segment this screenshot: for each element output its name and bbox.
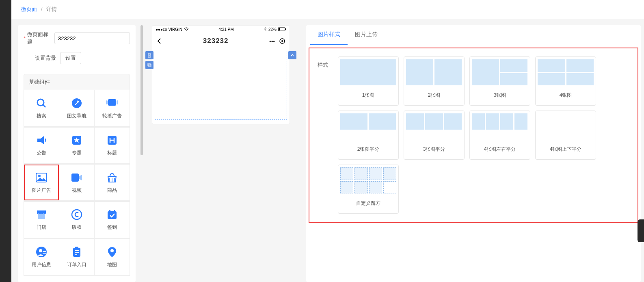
component-order[interactable]: 订单入口	[59, 239, 94, 275]
style-option-custom[interactable]: 自定义魔方	[338, 165, 399, 214]
svg-rect-16	[108, 211, 117, 219]
back-icon[interactable]	[156, 38, 162, 44]
imgnav-icon	[71, 97, 83, 109]
component-label: 视频	[72, 187, 82, 194]
component-userinfo[interactable]: 用户信息	[24, 239, 59, 275]
component-video[interactable]: 视频	[59, 165, 94, 200]
tab-upload[interactable]: 图片上传	[348, 25, 385, 45]
battery-icon	[278, 27, 286, 31]
component-store[interactable]: 门店	[24, 202, 59, 238]
search-icon	[35, 97, 48, 109]
style-caption: 3张图平分	[423, 146, 445, 153]
svg-point-9	[38, 175, 41, 177]
components-grid: 搜索图文导航轮播广告公告专题标题图片广告视频商品门店版权签到用户信息订单入口地图	[24, 90, 130, 276]
breadcrumb-current: 详情	[46, 6, 57, 12]
style-option-s3avg[interactable]: 3张图平分	[404, 111, 465, 160]
time-text: 4:21 PM	[218, 27, 233, 32]
component-label: 订单入口	[67, 261, 86, 268]
svg-point-28	[110, 249, 114, 252]
style-caption: 4张图左右平分	[484, 146, 516, 153]
component-label: 签到	[107, 224, 117, 231]
userinfo-icon	[35, 246, 48, 258]
canvas-component-slot[interactable]	[155, 51, 287, 120]
video-icon	[71, 171, 83, 184]
preview-column: ●●●co VIRGIN 4:21 PM 22% 323232	[144, 25, 298, 282]
style-option-s2avg[interactable]: 2张图平分	[338, 111, 399, 160]
svg-point-33	[281, 40, 283, 42]
heading-icon	[106, 134, 118, 146]
component-label: 地图	[107, 261, 117, 268]
component-map[interactable]: 地图	[95, 239, 130, 275]
left-panel: * 微页面标题 设置背景 设置 基础组件 搜索图文导航轮播广告公告专题标题图片广…	[18, 25, 136, 282]
component-label: 轮播广告	[102, 113, 122, 119]
svg-rect-3	[108, 99, 116, 106]
copy-slot-button[interactable]	[145, 61, 153, 69]
delete-slot-button[interactable]	[145, 51, 153, 59]
component-label: 搜索	[37, 113, 46, 119]
breadcrumb-sep: /	[41, 6, 43, 12]
style-option-s2[interactable]: 2张图	[404, 56, 465, 106]
svg-point-20	[39, 249, 42, 252]
move-up-button[interactable]	[288, 51, 296, 59]
required-mark: *	[24, 35, 26, 41]
style-option-s4lr[interactable]: 4张图左右平分	[469, 111, 530, 160]
component-copyright[interactable]: 版权	[59, 202, 94, 238]
map-icon	[106, 246, 118, 258]
battery-text: 22%	[268, 27, 277, 32]
phone-titlebar: 323232 •••	[152, 33, 290, 49]
tab-style[interactable]: 图片样式	[310, 25, 348, 45]
component-label: 用户信息	[32, 261, 51, 268]
imgad-icon	[35, 171, 48, 184]
component-label: 标题	[107, 150, 117, 156]
component-label: 版权	[72, 224, 82, 231]
component-search[interactable]: 搜索	[24, 90, 59, 126]
component-imgnav[interactable]: 图文导航	[59, 90, 94, 126]
component-goods[interactable]: 商品	[95, 165, 130, 200]
preview-scrollbar[interactable]	[140, 25, 143, 155]
style-option-s1[interactable]: 1张图	[338, 56, 399, 106]
style-option-s4[interactable]: 4张图	[535, 56, 596, 106]
bluetooth-icon	[264, 27, 267, 31]
component-label: 公告	[37, 150, 46, 156]
component-carousel[interactable]: 轮播广告	[95, 90, 130, 126]
svg-rect-4	[106, 100, 108, 104]
svg-rect-21	[43, 251, 46, 252]
copyright-icon	[71, 208, 83, 221]
page-title: 323232	[162, 37, 269, 45]
side-handle[interactable]	[638, 219, 644, 242]
style-option-s4tb[interactable]: 4张图上下平分	[535, 111, 596, 160]
bg-set-button[interactable]: 设置	[60, 52, 81, 64]
svg-line-1	[43, 105, 45, 107]
component-label: 商品	[107, 187, 117, 194]
component-notice[interactable]: 公告	[24, 128, 59, 163]
carousel-icon	[106, 97, 118, 109]
svg-rect-17	[109, 210, 110, 213]
more-icon[interactable]: •••	[269, 38, 275, 44]
component-heading[interactable]: 标题	[95, 128, 130, 163]
checkin-icon	[106, 208, 118, 221]
style-caption: 自定义魔方	[356, 200, 380, 207]
topic-icon	[71, 134, 83, 146]
component-imgad[interactable]: 图片广告	[24, 165, 59, 200]
component-label: 专题	[72, 150, 82, 156]
breadcrumb-root[interactable]: 微页面	[21, 6, 37, 12]
order-icon	[71, 246, 83, 258]
style-caption: 1张图	[362, 92, 375, 99]
window-chrome-left	[0, 0, 11, 282]
bg-label: 设置背景	[35, 54, 56, 62]
style-grid: 1张图2张图3张图4张图2张图平分3张图平分4张图左右平分4张图上下平分自定义魔…	[338, 56, 596, 214]
style-caption: 4张图上下平分	[550, 146, 582, 153]
config-tabs: 图片样式图片上传	[306, 25, 641, 45]
style-option-s3[interactable]: 3张图	[469, 56, 530, 106]
component-topic[interactable]: 专题	[59, 128, 94, 163]
title-input[interactable]	[54, 32, 130, 44]
svg-rect-18	[114, 210, 115, 213]
svg-point-15	[72, 210, 82, 219]
goods-icon	[106, 171, 118, 184]
target-icon[interactable]	[279, 38, 285, 44]
style-field-label: 样式	[318, 56, 338, 214]
component-label: 门店	[37, 224, 46, 231]
style-caption: 2张图平分	[357, 146, 380, 153]
component-checkin[interactable]: 签到	[95, 202, 130, 238]
style-caption: 4张图	[560, 92, 572, 99]
